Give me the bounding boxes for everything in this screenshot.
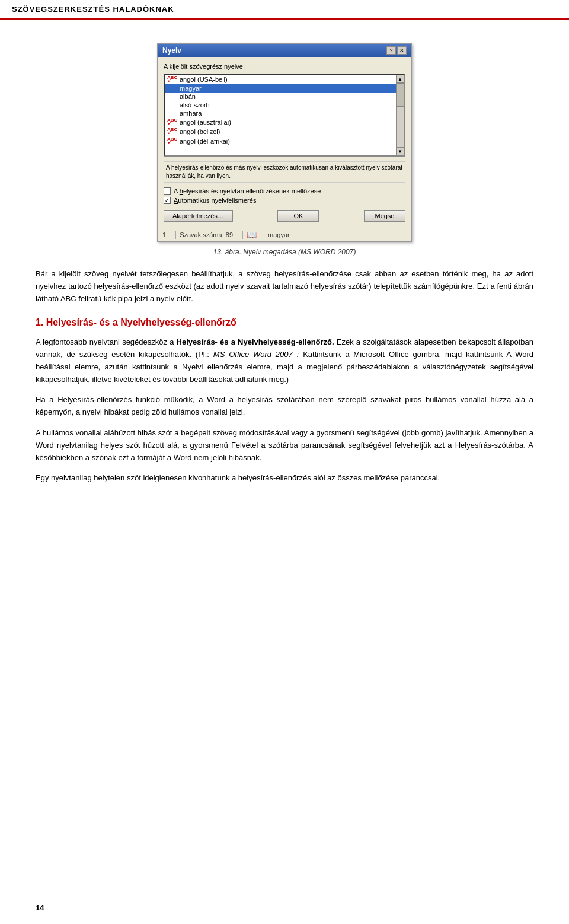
list-item[interactable]: albán [165, 93, 396, 101]
dialog-statusbar: 1 Szavak száma: 89 📖 magyar [158, 228, 411, 241]
scrollbar-thumb[interactable] [396, 83, 404, 107]
list-item[interactable]: amhara [165, 109, 396, 117]
checkbox-row-2: ✓ Automatikus nyelvfelismerés [164, 197, 405, 204]
status-spell-icon: 📖 [247, 230, 257, 240]
figure-caption: 13. ábra. Nyelv megadása (MS WORD 2007) [36, 248, 533, 256]
spell-paragraph: Ha a Helyesírás-ellenőrzés funkció működ… [36, 394, 533, 419]
intro-paragraph: Bár a kijelölt szöveg nyelvét tetszőlege… [36, 268, 533, 305]
list-item[interactable]: ABC ✓ angol (dél-afrikai) [165, 136, 396, 146]
list-item[interactable]: ABC ✓ angol (USA-beli) [165, 75, 396, 84]
page-number: 14 [36, 903, 44, 912]
scroll-up-arrow[interactable]: ▲ [396, 75, 404, 83]
listbox-scrollbar[interactable]: ▲ ▼ [396, 75, 404, 155]
megse-button[interactable]: Mégse [364, 210, 405, 222]
dialog-title: Nyelv [162, 46, 181, 55]
titlebar-buttons: ? ✕ [386, 46, 407, 55]
section-heading: 1. Helyesírás- és a Nyelvhelyesség-ellen… [36, 317, 533, 329]
section-intro-paragraph: A legfontosabb nyelvtani segédeszköz a H… [36, 336, 533, 385]
checkbox-auto-detect-label: Automatikus nyelvfelismerés [174, 197, 256, 204]
dialog-screenshot: Nyelv ? ✕ A kijelölt szövegrész nyelve: [157, 43, 412, 242]
checkbox-auto-detect[interactable]: ✓ [164, 197, 171, 204]
list-item[interactable]: alsó-szorb [165, 101, 396, 109]
exclude-paragraph: Egy nyelvtanilag helytelen szót ideiglen… [36, 472, 533, 485]
header-title: SZÖVEGSZERKESZTÉS HALADÓKNAK [12, 5, 174, 14]
checkbox-row-1: A helyesírás és nyelvtan ellenőrzésének … [164, 187, 405, 195]
status-words: Szavak száma: 89 [180, 231, 233, 238]
dialog-description: A helyesírás-ellenőrző és más nyelvi esz… [164, 161, 405, 183]
section-number: 1. [36, 317, 43, 327]
section-title: Helyesírás- és a Nyelvhelyesség-ellenőrz… [46, 317, 236, 327]
status-page: 1 [162, 231, 166, 238]
status-divider-2 [242, 231, 243, 239]
list-item[interactable]: magyar [165, 84, 396, 93]
ms-italic: MS Office Word 2007 : [213, 350, 299, 359]
section-bold-text: Helyesírás- és a Nyelvhelyesség-ellenőrz… [177, 337, 334, 346]
alapertelmeles-button[interactable]: Alapértelmezés… [164, 210, 233, 222]
list-item[interactable]: ABC ✓ angol (belizei) [165, 127, 396, 136]
checkbox-spell-label: A helyesírás és nyelvtan ellenőrzésének … [174, 187, 321, 195]
header-bar: SZÖVEGSZERKESZTÉS HALADÓKNAK [0, 0, 569, 20]
main-content: Nyelv ? ✕ A kijelölt szövegrész nyelve: [0, 20, 569, 517]
status-divider [175, 231, 176, 239]
status-divider-3 [264, 231, 264, 239]
status-language: magyar [268, 231, 290, 238]
dialog-close-button[interactable]: ✕ [397, 46, 407, 55]
scroll-down-arrow[interactable]: ▼ [396, 147, 404, 155]
checkbox-spell[interactable] [164, 187, 171, 195]
dialog-container: Nyelv ? ✕ A kijelölt szövegrész nyelve: [36, 43, 533, 242]
wavy-paragraph: A hullámos vonallal aláhúzott hibás szót… [36, 427, 533, 464]
language-listbox[interactable]: ABC ✓ angol (USA-beli) magyar [164, 74, 405, 157]
language-label: A kijelölt szövegrész nyelve: [164, 63, 405, 70]
dialog-buttons: Alapértelmezés… OK Mégse [164, 210, 405, 222]
dialog-body: A kijelölt szövegrész nyelve: ABC ✓ ango… [158, 57, 411, 228]
ok-button[interactable]: OK [277, 210, 319, 222]
dialog-help-button[interactable]: ? [386, 46, 396, 55]
list-item[interactable]: ABC ✓ angol (ausztráliai) [165, 117, 396, 127]
dialog-titlebar: Nyelv ? ✕ [158, 44, 411, 57]
